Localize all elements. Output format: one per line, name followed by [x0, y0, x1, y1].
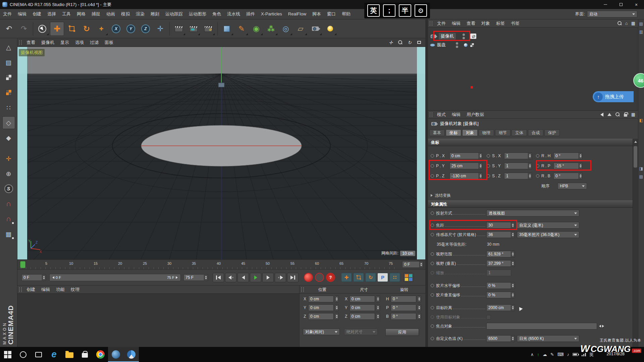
keyframe-dot[interactable]	[536, 154, 539, 158]
subdivision-surface-button[interactable]: ◉	[249, 22, 263, 36]
keyboard-icon[interactable]: ⌨	[557, 352, 564, 357]
fov-vertical-field[interactable]: 37.299 °	[486, 260, 511, 267]
object-properties-section-header[interactable]: 对象属性	[428, 200, 633, 208]
target-distance-field[interactable]: 2000 cm	[486, 304, 511, 311]
viewport-menu-cameras[interactable]: 摄像机	[38, 38, 57, 48]
redo-button[interactable]: ↷	[17, 22, 31, 36]
light-button[interactable]	[323, 22, 337, 36]
menu-sculpt[interactable]: 雕刻	[148, 9, 162, 19]
cloud-icon[interactable]: ☁	[543, 352, 547, 357]
interface-dropdown[interactable]: 启动	[587, 11, 637, 17]
pla-keying-toggle[interactable]: ∷	[389, 273, 400, 282]
keyframe-dot[interactable]	[487, 174, 490, 178]
record-keyframe-button[interactable]	[304, 273, 313, 282]
menu-script[interactable]: 脚本	[309, 9, 324, 19]
ime-width-button[interactable]: 半	[399, 4, 411, 17]
camera-button[interactable]	[308, 22, 322, 36]
texture-axis-mode-button[interactable]	[2, 86, 15, 99]
menu-realflow[interactable]: RealFlow	[285, 9, 309, 19]
current-frame-stepper[interactable]	[42, 274, 46, 281]
keyframe-dot[interactable]	[431, 293, 434, 297]
axis-center-button[interactable]: ⊕	[2, 167, 15, 180]
lock-icon[interactable]	[624, 114, 627, 117]
end-frame-stepper[interactable]	[204, 274, 208, 281]
sound-icon[interactable]: ♪	[567, 352, 570, 357]
next-frame-button[interactable]	[262, 273, 274, 282]
goto-start-button[interactable]	[213, 273, 224, 282]
scrollbar-thumb[interactable]	[634, 146, 637, 168]
maximize-button[interactable]	[613, 0, 629, 9]
rotation-b-field[interactable]: 0 °	[391, 313, 416, 320]
next-key-button[interactable]	[275, 273, 286, 282]
object-name-disc[interactable]: 圆盘	[437, 42, 446, 48]
coordinate-mode-dropdown[interactable]: 对象(相对)	[303, 328, 340, 335]
snap-magnet-button[interactable]: ∩	[2, 197, 15, 210]
hidden-icons-chevron[interactable]: ∧	[531, 352, 534, 357]
polygons-mode-button[interactable]: ◆	[2, 131, 15, 144]
ime-settings-button[interactable]: ⚙	[415, 4, 427, 17]
tab-composition[interactable]: 合成	[528, 129, 543, 136]
timeline-ruler[interactable]: 0 5 10 15 20 25 30 35 40 45 50 55 60 65 …	[17, 259, 425, 269]
apply-button[interactable]: 应用	[385, 328, 419, 336]
viewport-3d[interactable]: 摄像机视图 网格间距: 10 cm Y Z X	[17, 47, 425, 259]
cortana-button[interactable]	[15, 347, 31, 362]
keyframe-dot[interactable]	[431, 284, 434, 287]
menu-render[interactable]: 渲染	[133, 9, 148, 19]
tab-protection[interactable]: 保护	[544, 129, 560, 136]
play-button[interactable]	[250, 273, 261, 282]
menu-motion-tracker[interactable]: 运动跟踪	[162, 9, 186, 19]
search-icon[interactable]	[615, 112, 620, 117]
material-menu-create[interactable]: 创建	[23, 285, 38, 295]
render-picture-viewer-button[interactable]	[186, 22, 201, 36]
texture-mode-button[interactable]	[2, 71, 15, 84]
keyframe-dot[interactable]	[431, 174, 434, 178]
close-button[interactable]: ×	[629, 0, 644, 9]
dock-tab-icon[interactable]: ▤	[639, 21, 643, 26]
scale-tool-button[interactable]	[65, 22, 79, 36]
material-menu-edit[interactable]: 编辑	[38, 285, 53, 295]
lock-y-axis-button[interactable]: Y	[124, 22, 138, 36]
viewport-3d-scene[interactable]	[17, 47, 425, 259]
frame-range-slider[interactable]: 0 F 75 F	[49, 274, 181, 281]
cinema4d-taskbar-button[interactable]	[108, 347, 123, 362]
battery-icon[interactable]	[573, 353, 578, 356]
file-explorer-button[interactable]	[62, 347, 77, 362]
om-menu-object[interactable]: 对象	[478, 18, 493, 28]
ime-language-button[interactable]: 英	[367, 4, 380, 17]
projection-dropdown[interactable]: 透视视图	[486, 210, 579, 217]
rotation-h-field[interactable]: 0 °	[391, 296, 416, 302]
sz-field[interactable]: 1	[504, 173, 528, 179]
search-icon[interactable]	[618, 21, 622, 25]
autokey-button[interactable]	[315, 273, 324, 282]
enable-snap-button[interactable]: S	[2, 182, 15, 195]
size-y-field[interactable]: 0 cm	[350, 304, 375, 311]
home-icon[interactable]: ⌂	[625, 21, 628, 26]
lock-x-axis-button[interactable]: X	[109, 22, 123, 36]
menu-create[interactable]: 创建	[30, 9, 44, 19]
timeline-playhead[interactable]	[20, 261, 25, 268]
move-tool-button[interactable]: ✚	[50, 22, 64, 36]
film-offset-y-field[interactable]: 0 %	[486, 292, 511, 298]
ime-punctuation-button[interactable]: ;	[383, 4, 395, 17]
focal-length-field[interactable]: 30	[486, 222, 511, 229]
drag-upload-widget[interactable]: ↑ 拖拽上传	[593, 91, 634, 102]
viewport-menu-options[interactable]: 选项	[72, 38, 87, 48]
tab-stereo[interactable]: 立体	[512, 129, 527, 136]
object-name-camera[interactable]: 摄像机	[439, 33, 456, 40]
pz-field[interactable]: -130 cm	[449, 173, 479, 179]
px-field[interactable]: 0 cm	[449, 153, 479, 159]
current-frame-field[interactable]: 0 F	[21, 274, 42, 281]
layout-grid-icon[interactable]: ▦	[631, 21, 635, 26]
viewport-menu-filter[interactable]: 过滤	[87, 38, 102, 48]
sensor-unit-dropdown[interactable]: 35毫米照片 (36.0毫米)	[517, 231, 579, 238]
keyframe-dot[interactable]	[431, 252, 434, 256]
spline-pen-button[interactable]: ✎	[234, 22, 249, 36]
keyframe-dot[interactable]	[431, 306, 434, 309]
keyframe-dot[interactable]	[536, 174, 539, 178]
position-y-field[interactable]: 0 cm	[308, 304, 334, 311]
keyframe-dot[interactable]	[431, 233, 434, 236]
menu-pipeline[interactable]: 流水线	[224, 9, 243, 19]
focal-unit-dropdown[interactable]: 自定义 (毫米)	[517, 222, 579, 229]
ruler-frame-stepper[interactable]	[420, 261, 423, 268]
menu-mograph[interactable]: 运动图形	[186, 9, 209, 19]
